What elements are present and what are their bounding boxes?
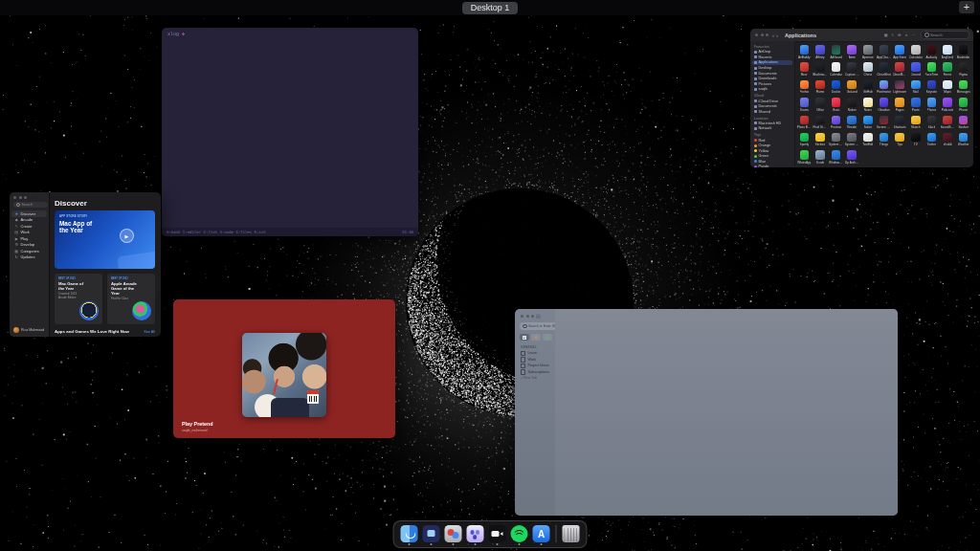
dock-item-people[interactable] — [467, 525, 484, 545]
finder-sidebar-item[interactable]: Network — [752, 126, 792, 132]
app-item[interactable]: Bartender — [955, 43, 971, 60]
app-item[interactable]: Pixelmator — [876, 78, 892, 96]
dock-item-wallet[interactable] — [423, 525, 440, 545]
app-item[interactable]: Zip Archiver — [844, 148, 860, 165]
app-item[interactable]: Messages — [955, 78, 971, 96]
app-item[interactable]: Photos — [924, 96, 940, 113]
space-desktop-1[interactable]: Desktop 1 — [462, 2, 519, 14]
app-item[interactable]: FaceTime — [924, 60, 940, 77]
app-store-nav-item[interactable]: ★Discover — [11, 210, 47, 217]
pinned-tab[interactable]: Work — [520, 357, 560, 364]
add-space-button[interactable]: + — [959, 1, 974, 13]
see-all-link[interactable]: See All — [144, 330, 155, 334]
app-item[interactable]: GitHub — [860, 78, 877, 96]
app-item[interactable]: WhatsApp — [796, 148, 813, 165]
app-item[interactable]: Windows App — [828, 148, 844, 165]
app-store-nav-item[interactable]: ▦Categories — [11, 248, 47, 254]
finder-sidebar-item[interactable]: Pictures — [752, 81, 792, 87]
account-row[interactable]: Riaz Mahmood — [13, 327, 44, 333]
app-item[interactable]: Xcode — [813, 148, 829, 165]
app-item[interactable]: Preview — [828, 114, 844, 131]
url-search-field[interactable]: Search or Enter URL… — [520, 322, 560, 330]
app-item[interactable]: Bear — [796, 60, 813, 77]
app-item[interactable]: Vivaldi — [940, 131, 956, 148]
browser-window[interactable]: ▤ ⊞ ≡ Search or Enter URL… GENERAL Learn… — [515, 309, 898, 516]
dock-item-appstore[interactable]: A — [533, 525, 550, 545]
app-item[interactable]: Stickies — [813, 131, 829, 148]
app-item[interactable]: Amie — [844, 43, 860, 60]
new-tab-button[interactable]: + New Tab — [520, 376, 560, 380]
app-item[interactable]: Reeder — [844, 114, 860, 131]
app-item[interactable]: Photo Booth — [796, 114, 813, 131]
pinned-tab[interactable]: Subscriptions — [520, 369, 560, 376]
app-item[interactable]: AppCleaner — [876, 43, 892, 60]
finder-sidebar-item[interactable]: Macintosh HD — [752, 121, 792, 126]
album-art[interactable] — [242, 333, 326, 417]
finder-sidebar-item[interactable]: Shared — [752, 109, 792, 115]
app-item[interactable]: AirBuddy — [796, 43, 813, 60]
app-item[interactable]: Shortcuts — [892, 114, 908, 131]
music-window[interactable]: Play Pretend saqib_mahmood — [173, 299, 395, 438]
app-item[interactable]: Teams — [796, 96, 813, 113]
featured-app-row[interactable]: Juice: Battery Monitor & HealthUtilities… — [116, 337, 161, 338]
space-green-button[interactable] — [543, 334, 552, 341]
app-store-window[interactable]: Search ★Discover◆Arcade✎Create▤Work▶Play… — [10, 192, 161, 337]
app-item[interactable]: Sketch — [907, 114, 924, 131]
app-item[interactable]: Obsidian — [876, 96, 892, 113]
app-item[interactable]: Blackmagic — [813, 60, 829, 77]
pinned-tab[interactable]: Project Ideas — [520, 363, 560, 369]
dock-item-trash[interactable] — [563, 525, 580, 545]
app-item[interactable]: Weather — [955, 131, 971, 148]
app-item[interactable]: App Store — [892, 43, 908, 60]
app-item[interactable]: Tips — [892, 131, 908, 148]
view-controls[interactable]: ▦ ≡ ⊟ ∨ ⋯ — [884, 33, 917, 37]
app-item[interactable]: Phone — [955, 96, 971, 113]
app-item[interactable]: Twitter — [924, 131, 940, 148]
app-item[interactable]: Pages — [892, 96, 908, 113]
app-item[interactable]: Things — [876, 131, 892, 148]
app-item[interactable]: CleanShot — [876, 60, 892, 77]
app-item[interactable]: Chess — [860, 60, 877, 77]
feature-card[interactable]: BEST OF 2023 Apple Arcade Game of the Ye… — [107, 274, 155, 324]
app-item[interactable]: Flame — [813, 78, 829, 96]
app-item[interactable]: Capture One — [844, 60, 860, 77]
app-item[interactable]: AnyDesk — [940, 43, 956, 60]
app-store-nav-item[interactable]: ↻Updates — [11, 254, 47, 261]
app-item[interactable]: System Info — [844, 131, 860, 148]
app-item[interactable]: Soulver — [955, 114, 971, 131]
pinned-tab[interactable]: Learn — [520, 350, 560, 357]
app-item[interactable]: Aperture — [860, 43, 877, 60]
app-item[interactable]: GoLand — [844, 78, 860, 96]
app-item[interactable]: Firefox — [796, 78, 813, 96]
app-item[interactable]: TextEdit — [860, 131, 877, 148]
traffic-light-buttons[interactable] — [13, 196, 27, 199]
dock-item-camera[interactable] — [489, 525, 506, 545]
app-item[interactable]: Office — [813, 96, 829, 113]
app-item[interactable]: Spotify — [796, 131, 813, 148]
dock-item-photos[interactable] — [445, 525, 462, 545]
app-item[interactable]: Pixel Studio — [813, 114, 829, 131]
app-item[interactable]: Keynote — [924, 78, 940, 96]
app-item[interactable]: Paste — [907, 96, 924, 113]
finder-sidebar-item[interactable]: saqib — [752, 87, 792, 93]
app-item[interactable]: TV — [907, 131, 924, 148]
app-item[interactable]: Forest — [940, 60, 956, 77]
feature-card[interactable]: BEST OF 2023 Mac Game of the Year Crowne… — [55, 274, 102, 324]
app-item[interactable]: Calendar — [828, 60, 844, 77]
app-store-search-field[interactable]: Search — [13, 202, 48, 208]
app-item[interactable]: AdGuard — [828, 43, 844, 60]
finder-search-field[interactable]: Search — [921, 31, 969, 39]
finder-sidebar-item[interactable]: Blue — [752, 159, 792, 165]
app-store-nav-item[interactable]: ✎Create — [11, 223, 47, 230]
space-grid-button[interactable] — [520, 334, 529, 341]
terminal-window[interactable]: xlog ❖ 0:bash 1:editor 2:fish 3:node 4:f… — [162, 28, 418, 236]
featured-app-row[interactable]: Sky PrincessCool new adventures in flyin… — [55, 337, 110, 338]
app-item[interactable]: Notion — [844, 96, 860, 113]
hero-card[interactable]: APP STORE STORY Mac App of the Year ▶ — [55, 210, 155, 269]
dock-item-finder[interactable] — [401, 525, 418, 545]
app-item[interactable]: Lightroom — [892, 78, 908, 96]
dock-item-spotify[interactable] — [511, 525, 528, 545]
app-item[interactable]: Screen Studio — [876, 114, 892, 131]
app-item[interactable]: Docker — [828, 78, 844, 96]
app-item[interactable]: Podcasts — [940, 96, 956, 113]
